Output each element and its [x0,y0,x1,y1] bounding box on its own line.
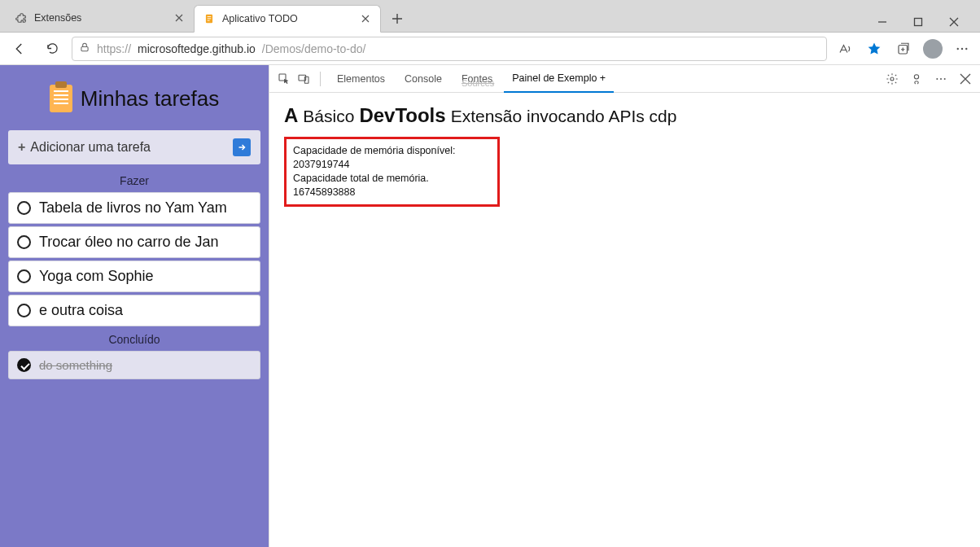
devtools-tab-sources-sub: Sources [462,78,494,88]
more-icon[interactable] [933,71,949,87]
page-header: Minhas tarefas [5,70,264,127]
url-scheme: https:// [97,42,131,55]
page-title: Minhas tarefas [81,86,220,112]
heading-rest: Extensão invocando APIs cdp [451,107,677,126]
checkbox-icon[interactable] [17,269,31,283]
svg-point-17 [944,78,946,80]
task-text: Tabela de livros no Yam Yam [39,199,227,217]
task-text: Yoga com Sophie [39,268,153,285]
todo-section-label: Fazer [5,174,264,187]
panel-heading: A Básico DevTools Extensão invocando API… [284,104,965,127]
new-tab-button[interactable] [384,6,410,32]
task-text: Trocar óleo no carro de Jan [39,234,218,251]
todo-page: Minhas tarefas + Adicionar uma tarefa Fa… [0,65,269,547]
svg-point-8 [961,47,963,49]
svg-rect-12 [304,77,308,83]
svg-point-16 [940,78,942,80]
inspect-element-icon[interactable] [276,71,292,87]
content-area: Minhas tarefas + Adicionar uma tarefa Fa… [0,65,980,547]
lock-icon [79,42,90,55]
checkbox-icon[interactable] [17,235,31,249]
tab-strip: Extensões Aplicativo TODO [7,0,863,32]
plus-icon: + [18,140,25,155]
url-field[interactable]: https://microsoftedge.github.io/Demos/de… [72,37,827,61]
collections-icon[interactable] [892,37,915,60]
devtools-panel: Elementos Console Fontes Sources Painel … [269,65,980,547]
memory-available-label: Capacidade de memória disponível: [293,145,455,156]
url-host: microsoftedge.github.io [138,42,256,55]
clipboard-icon [50,85,72,112]
done-section-label: Concluído [5,333,264,346]
task-text: e outra coisa [39,302,123,319]
checkbox-icon[interactable] [17,201,31,215]
feedback-icon[interactable] [908,71,925,87]
memory-total-value: 16745893888 [293,186,355,198]
svg-point-13 [890,77,894,81]
devtools-tab-elements[interactable]: Elementos [329,65,393,93]
minimize-button[interactable] [871,12,894,32]
memory-available-value: 2037919744 [293,159,350,170]
task-item[interactable]: Tabela de livros no Yam Yam [8,192,260,224]
profile-avatar[interactable] [921,37,944,60]
favorite-star-icon[interactable] [863,37,886,60]
memory-total-label: Capacidade total de memória. [293,173,429,184]
refresh-button[interactable] [39,36,65,62]
address-bar: https://microsoftedge.github.io/Demos/de… [0,33,980,65]
puzzle-icon [15,11,28,24]
devtools-toolbar: Elementos Console Fontes Sources Painel … [269,65,980,93]
document-icon [203,12,216,25]
svg-rect-2 [208,18,212,19]
close-icon[interactable] [359,12,372,25]
device-emulation-icon[interactable] [295,71,312,87]
svg-point-7 [957,47,959,49]
browser-tab-todo[interactable]: Aplicativo TODO [194,5,381,33]
checkbox-checked-icon[interactable] [17,358,31,372]
svg-point-14 [914,74,918,78]
task-item[interactable]: Yoga com Sophie [8,260,260,292]
maximize-button[interactable] [907,12,930,32]
divider [320,72,321,86]
task-item[interactable]: e outra coisa [8,295,260,326]
heading-basic: Básico [303,107,354,126]
svg-point-9 [965,47,967,49]
devtools-body: A Básico DevTools Extensão invocando API… [269,93,980,218]
more-menu-icon[interactable] [951,37,973,60]
task-item-done[interactable]: do something [8,351,260,379]
checkbox-icon[interactable] [17,304,31,317]
svg-rect-5 [81,46,88,50]
memory-available-row: Capacidade de memória disponível: 203791… [293,144,491,172]
devtools-tab-custom-panel[interactable]: Painel de Exemplo + [504,65,614,93]
svg-rect-4 [915,19,922,26]
tab-title: Extensões [34,12,81,24]
svg-rect-3 [208,20,210,21]
close-icon[interactable] [173,11,186,24]
back-button[interactable] [7,36,33,62]
read-aloud-icon[interactable] [833,37,856,60]
gear-icon[interactable] [884,71,900,87]
heading-devtools: DevTools [359,104,445,127]
memory-info-box: Capacidade de memória disponível: 203791… [284,137,500,207]
devtools-tab-console[interactable]: Console [396,65,450,93]
heading-prefix: A [284,104,298,127]
devtools-tab-sources-wrap[interactable]: Fontes Sources [453,65,501,93]
svg-rect-1 [208,16,212,17]
window-titlebar: Extensões Aplicativo TODO [0,0,980,33]
task-text: do something [39,358,112,372]
devtools-toolbar-right [884,71,973,87]
window-controls [863,9,973,32]
add-task-label: Adicionar uma tarefa [30,140,151,155]
task-item[interactable]: Trocar óleo no carro de Jan [8,226,260,258]
url-path: /Demos/demo-to-do/ [262,42,366,55]
svg-point-15 [936,78,938,80]
close-window-button[interactable] [943,12,965,32]
tab-title: Aplicativo TODO [222,13,298,24]
submit-task-button[interactable] [233,138,251,156]
add-task-input[interactable]: + Adicionar uma tarefa [8,130,260,164]
memory-total-row: Capacidade total de memória. 16745893888 [293,172,491,199]
browser-tab-extensions[interactable]: Extensões [7,4,194,32]
close-devtools-icon[interactable] [957,71,973,87]
